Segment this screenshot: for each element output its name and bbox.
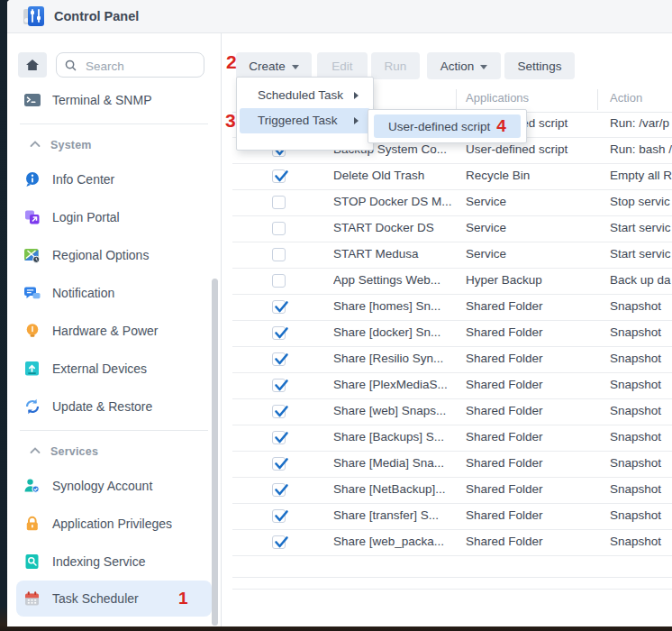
row-checkbox[interactable]: [272, 326, 286, 340]
sidebar-item-task-scheduler[interactable]: Task Scheduler1: [16, 581, 212, 617]
row-checkbox[interactable]: [272, 274, 286, 288]
menu-item-triggered-task[interactable]: Triggered Task: [240, 108, 370, 133]
action-cell: Back up da: [610, 273, 672, 287]
table-row[interactable]: Share [Resilio Syn...Shared FolderSnapsh…: [232, 347, 672, 373]
row-checkbox[interactable]: [272, 196, 286, 209]
hardware-power-icon: [23, 323, 41, 339]
row-checkbox[interactable]: [272, 222, 286, 235]
sidebar-item-label: Info Center: [52, 172, 114, 187]
row-checkbox[interactable]: [272, 535, 286, 549]
row-checkbox[interactable]: [272, 405, 286, 418]
table-footer-line: [232, 577, 672, 578]
row-checkbox[interactable]: [272, 300, 286, 314]
submenu-arrow-icon: [354, 117, 359, 124]
column-header-action[interactable]: Action: [610, 91, 642, 105]
table-row[interactable]: Share [web_packa...Shared FolderSnapshot: [232, 530, 672, 556]
table-row[interactable]: Share [docker] Sn...Shared FolderSnapsho…: [232, 321, 672, 347]
annotation-step-3: 3: [225, 110, 236, 132]
table-row[interactable]: Share [transfer] S...Shared FolderSnapsh…: [232, 504, 672, 530]
home-icon: [25, 58, 40, 72]
sidebar-item-indexing-service[interactable]: Indexing Service: [7, 543, 221, 581]
table-footer-line: [232, 589, 672, 590]
table-row[interactable]: START MedusaServiceStart servic: [232, 242, 672, 269]
table-row[interactable]: App Settings Web...Hyper BackupBack up d…: [232, 269, 672, 295]
applications-cell: Shared Folder: [466, 352, 605, 365]
create-button[interactable]: Create: [236, 52, 312, 79]
settings-button[interactable]: Settings: [504, 52, 575, 79]
action-button-label: Action: [440, 59, 475, 73]
row-checkbox[interactable]: [272, 352, 286, 366]
applications-cell: Shared Folder: [466, 482, 605, 496]
row-checkbox[interactable]: [272, 509, 286, 523]
table-row[interactable]: Share [Media] Sna...Shared FolderSnapsho…: [232, 452, 672, 478]
regional-options-icon: [23, 247, 41, 263]
menu-item-scheduled-task[interactable]: Scheduled Task: [240, 83, 370, 108]
sidebar-item-login-portal[interactable]: Login Portal: [7, 198, 221, 236]
sidebar-item-label: Regional Options: [52, 248, 149, 262]
task-name-cell: Share [web] Snaps...: [333, 404, 461, 417]
sidebar-item-info-center[interactable]: Info Center: [7, 160, 221, 198]
table-row[interactable]: Delete Old TrashRecycle BinEmpty all R: [232, 164, 672, 190]
task-name-cell: STOP Docker DS M...: [333, 195, 461, 208]
task-name-cell: START Docker DS: [333, 221, 461, 234]
row-checkbox[interactable]: [272, 457, 286, 471]
action-cell: Start servic: [610, 247, 672, 261]
sidebar-item-external-devices[interactable]: External Devices: [7, 350, 221, 388]
sidebar-item-notification[interactable]: Notification: [7, 274, 221, 312]
sidebar-item-hardware-power[interactable]: Hardware & Power: [7, 312, 221, 350]
chevron-up-icon: [29, 137, 41, 153]
applications-cell: Service: [466, 221, 605, 234]
terminal-icon: [23, 92, 41, 108]
sidebar-item-application-privileges[interactable]: Application Privileges: [7, 505, 221, 543]
edit-button[interactable]: Edit: [317, 52, 368, 79]
chevron-down-icon: [480, 65, 487, 69]
task-scheduler-icon: [23, 590, 41, 607]
table-row[interactable]: STOP Docker DS M...ServiceStop servic: [232, 190, 672, 216]
sidebar-item-synology-account[interactable]: Synology Account: [7, 467, 221, 505]
table-row[interactable]: Share [web] Snaps...Shared FolderSnapsho…: [232, 399, 672, 425]
action-cell: Stop servic: [610, 195, 672, 208]
applications-cell: Shared Folder: [466, 404, 605, 417]
search-input[interactable]: [84, 54, 200, 78]
sidebar-item-label: Update & Restore: [52, 399, 152, 414]
applications-cell: Shared Folder: [466, 535, 605, 548]
run-button[interactable]: Run: [371, 52, 420, 79]
sidebar-section-system[interactable]: System: [7, 130, 221, 160]
home-button[interactable]: [18, 52, 47, 78]
table-row[interactable]: Share [PlexMediaS...Shared FolderSnapsho…: [232, 373, 672, 399]
action-button[interactable]: Action: [427, 52, 501, 79]
sidebar-item-regional-options[interactable]: Regional Options: [7, 236, 221, 274]
task-name-cell: Share [web_packa...: [333, 535, 461, 548]
annotation-step-1: 1: [178, 589, 188, 608]
column-separator: [597, 89, 598, 110]
sidebar-item-update-restore[interactable]: Update & Restore: [7, 388, 221, 425]
task-name-cell: START Medusa: [333, 247, 461, 261]
applications-cell: Shared Folder: [466, 508, 605, 522]
action-cell: Start servic: [610, 221, 672, 234]
table-row[interactable]: START Docker DSServiceStart servic: [232, 216, 672, 242]
applications-cell: Recycle Bin: [466, 169, 605, 182]
column-header-applications[interactable]: Applications: [466, 91, 529, 105]
action-cell: Run: /var/p: [610, 116, 672, 130]
sidebar-scrollbar[interactable]: [212, 279, 218, 626]
sidebar-item-label: Login Portal: [52, 210, 120, 224]
row-checkbox[interactable]: [272, 169, 286, 183]
sidebar-item-terminal-snmp[interactable]: Terminal & SNMP: [7, 81, 221, 119]
action-cell: Run: bash /: [610, 142, 672, 156]
table-row[interactable]: Share [Backups] S...Shared FolderSnapsho…: [232, 425, 672, 452]
submenu-item-user-defined-script[interactable]: User-defined script4: [374, 114, 521, 138]
action-cell: Snapshot: [610, 325, 672, 339]
sidebar-section-services[interactable]: Services: [7, 436, 221, 467]
row-checkbox[interactable]: [272, 431, 286, 444]
applications-cell: Hyper Backup: [466, 273, 605, 287]
sidebar-section-label: System: [50, 139, 92, 151]
task-table: User-defined scriptRun: /var/pBackup Sys…: [232, 112, 672, 556]
row-checkbox[interactable]: [272, 248, 286, 261]
row-checkbox[interactable]: [272, 483, 286, 497]
applications-cell: Shared Folder: [466, 325, 605, 339]
row-checkbox[interactable]: [272, 379, 286, 392]
table-row[interactable]: Share [NetBackup]...Shared FolderSnapsho…: [232, 478, 672, 504]
table-row[interactable]: Share [homes] Sn...Shared FolderSnapshot: [232, 295, 672, 321]
action-cell: Snapshot: [610, 404, 672, 417]
search-box[interactable]: [56, 52, 204, 78]
